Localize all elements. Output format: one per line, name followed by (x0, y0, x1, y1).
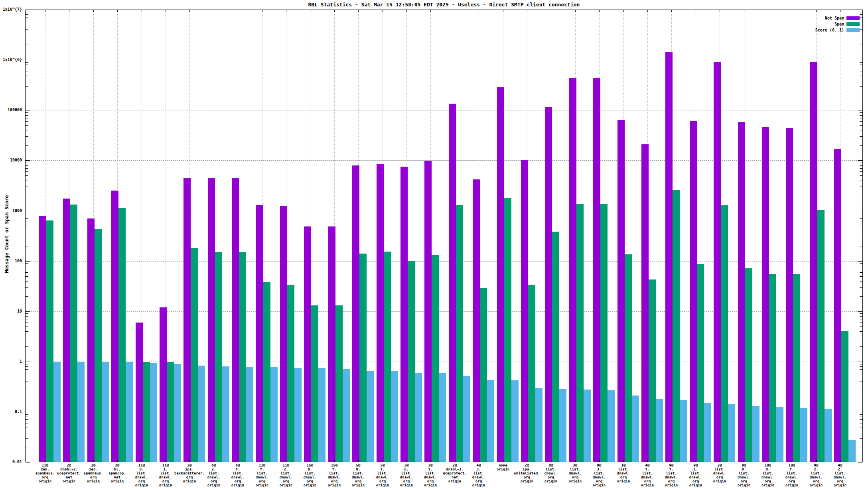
bar-not-spam (424, 161, 432, 462)
y-tick-minor (860, 447, 862, 447)
y-tick-minor (860, 331, 862, 332)
y-tick-major (26, 10, 30, 10)
y-tick-minor (860, 327, 862, 327)
y-tick-minor (860, 218, 862, 219)
legend-swatch-not-spam (846, 16, 860, 20)
bar-score (439, 373, 446, 462)
x-tick-bottom (214, 460, 214, 462)
y-tick-minor (860, 175, 862, 176)
x-tick-top (262, 10, 262, 12)
y-tick-minor (26, 276, 28, 277)
bar-not-spam (256, 205, 263, 462)
x-tick-bottom (792, 460, 792, 462)
y-tick-minor (860, 112, 862, 113)
y-tick-major (858, 261, 862, 262)
x-tick-top (575, 10, 576, 12)
rbl-statistics-chart: RBL Statistics - Sat Mar 15 12:58:05 EDT… (0, 0, 868, 488)
y-tick-minor (860, 423, 862, 423)
x-tick-bottom (310, 460, 310, 462)
y-tick-major (858, 412, 862, 412)
y-tick-minor (26, 175, 28, 176)
y-tick-major (26, 60, 30, 60)
y-tick-minor (860, 364, 862, 364)
y-tick-minor (26, 187, 28, 187)
x-tick-bottom (358, 460, 359, 462)
gridline-horizontal (25, 211, 863, 211)
bar-spam (311, 305, 318, 462)
y-tick-minor (26, 213, 28, 213)
y-tick-minor (860, 86, 862, 87)
x-tick-top (599, 10, 600, 12)
y-tick-minor (26, 269, 28, 269)
x-tick-top (406, 10, 407, 12)
y-tick-minor (860, 414, 862, 415)
bar-not-spam (786, 128, 793, 462)
x-tick-top (768, 10, 768, 12)
legend-swatch-spam (846, 22, 860, 26)
x-tick-bottom (430, 460, 431, 462)
y-tick-minor (860, 296, 862, 297)
bar-spam (167, 362, 174, 462)
y-tick-minor (26, 319, 28, 319)
bar-not-spam (473, 179, 480, 462)
bar-score (318, 368, 326, 462)
gridline-horizontal (25, 311, 863, 312)
y-tick-minor (26, 196, 28, 196)
y-tick-major (858, 462, 862, 462)
bar-score (728, 404, 735, 462)
gridline-horizontal (25, 261, 863, 262)
y-tick-minor (26, 65, 28, 65)
bar-score (367, 371, 374, 462)
y-tick-minor (26, 266, 28, 266)
y-tick-minor (860, 136, 862, 137)
y-tick-minor (860, 246, 862, 246)
y-tick-minor (860, 45, 862, 45)
bar-spam (769, 274, 776, 462)
bar-spam (528, 285, 535, 462)
bar-not-spam (136, 323, 143, 462)
x-tick-bottom (334, 460, 335, 462)
y-tick-minor (860, 346, 862, 347)
y-tick-minor (860, 130, 862, 130)
bar-spam (384, 252, 391, 462)
bar-score (632, 396, 639, 462)
y-tick-minor (26, 216, 28, 216)
x-tick-top (479, 10, 479, 12)
y-tick-minor (860, 36, 862, 36)
y-tick-minor (860, 171, 862, 172)
y-tick-minor (26, 163, 28, 163)
x-tick-bottom (189, 460, 190, 462)
y-tick-minor (26, 30, 28, 30)
bar-spam (359, 254, 367, 462)
bar-score (126, 362, 133, 462)
y-tick-minor (26, 68, 28, 68)
bar-spam (504, 198, 511, 462)
x-tick-bottom (575, 460, 576, 462)
y-tick-minor (26, 181, 28, 181)
x-tick-top (647, 10, 648, 12)
bar-spam (697, 264, 704, 462)
legend: Not Spam Spam Score (0..1) (792, 15, 860, 33)
x-tick-bottom (599, 460, 600, 462)
bar-not-spam (569, 78, 576, 462)
x-tick-top (238, 10, 238, 12)
y-tick-minor (860, 14, 862, 15)
bar-not-spam (183, 178, 191, 462)
bar-score (415, 373, 422, 462)
y-tick-major (858, 211, 862, 211)
bar-score (294, 368, 302, 462)
bar-score (680, 400, 687, 462)
bar-spam (721, 205, 728, 462)
y-tick-minor (26, 287, 28, 288)
bar-spam (817, 210, 825, 462)
x-tick-top (744, 10, 744, 12)
y-tick-minor (860, 65, 862, 65)
y-tick-minor (26, 388, 28, 388)
bar-spam (143, 362, 150, 462)
y-tick-minor (26, 130, 28, 130)
y-tick-minor (26, 377, 28, 377)
y-tick-minor (860, 276, 862, 277)
y-tick-minor (26, 25, 28, 25)
y-tick-minor (26, 86, 28, 87)
y-tick-minor (26, 272, 28, 273)
